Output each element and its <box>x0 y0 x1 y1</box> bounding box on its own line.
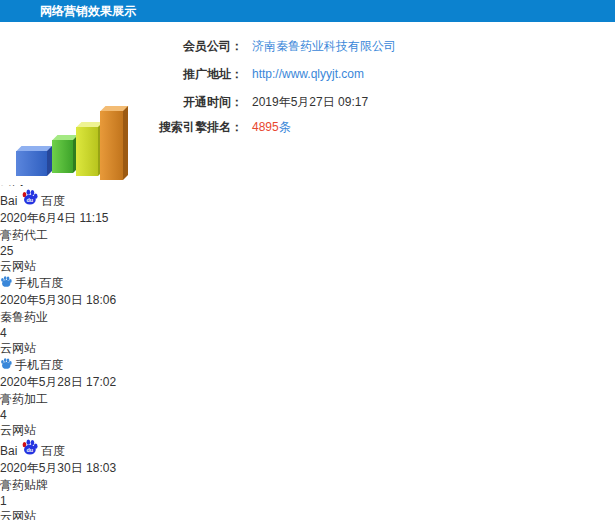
illustration-bar-3 <box>76 127 98 176</box>
account-summary-section: 会员公司： 济南秦鲁药业科技有限公司 推广地址： http://www.qlyy… <box>0 22 615 185</box>
baidu-paw-icon: du <box>21 189 38 205</box>
cell-keyword: 膏药代工 <box>0 227 615 244</box>
page: { "titlebar": { "title": "网络营销效果展示" }, "… <box>0 0 615 520</box>
baidu-logo-du: 百度 <box>41 194 65 208</box>
engine-ranking-row: 搜索引擎排名： 4895条 <box>125 119 291 135</box>
cell-rank-type: 云网站 <box>0 422 615 439</box>
promo-url-row: 推广地址： http://www.qlyyjt.com <box>125 66 364 82</box>
window-titlebar: 网络营销效果展示 <box>0 0 615 22</box>
baidu-logo-bai: Bai <box>0 444 17 458</box>
mobile-baidu-paw-icon <box>0 358 15 372</box>
mobile-baidu-logo: 手机百度 <box>0 358 63 372</box>
illustration-bar-2 <box>52 140 73 173</box>
promo-url-link[interactable]: http://www.qlyyjt.com <box>252 67 364 81</box>
cell-rank-type: 云网站 <box>0 508 615 520</box>
cell-engine: Bai du 百度 <box>0 357 615 374</box>
cell-rank-type: 云网站 <box>0 258 615 275</box>
table-row[interactable]: 秦鲁药业 4 云网站 Bai du 百度 <box>0 309 615 391</box>
cell-keyword: 膏药加工 <box>0 391 615 408</box>
cell-updated: 2020年5月30日 18:03 <box>0 460 615 477</box>
table-row[interactable]: 膏药代工 25 云网站 Bai du 百度 <box>0 227 615 309</box>
cell-rank-type: 云网站 <box>0 340 615 357</box>
promo-url-label: 推广地址： <box>125 66 243 83</box>
engine-ranking-label: 搜索引擎排名： <box>125 119 243 136</box>
company-label: 会员公司： <box>125 38 243 55</box>
open-time-value: 2019年5月27日 09:17 <box>252 94 368 111</box>
illustration-bar-1 <box>16 151 47 176</box>
cell-rank[interactable]: 25 <box>0 244 13 258</box>
mobile-baidu-paw-icon <box>0 276 15 290</box>
company-link[interactable]: 济南秦鲁药业科技有限公司 <box>252 38 396 55</box>
mobile-baidu-label: 手机百度 <box>15 358 63 372</box>
open-time-row: 开通时间： 2019年5月27日 09:17 <box>125 94 368 110</box>
cell-updated: 2020年6月4日 11:15 <box>0 210 615 227</box>
cell-updated: 2020年5月30日 18:06 <box>0 292 615 309</box>
table-body: 膏药代工 8 云网站 Bai du 百度 <box>0 141 615 520</box>
cell-rank[interactable]: 4 <box>0 326 7 340</box>
page-title: 网络营销效果展示 <box>40 4 136 18</box>
mobile-baidu-label: 手机百度 <box>15 276 63 290</box>
cell-engine: Bai du 百度 <box>0 189 615 210</box>
cell-updated: 2020年5月28日 17:02 <box>0 374 615 391</box>
cell-engine: Bai du 百度 <box>0 439 615 460</box>
table-row[interactable]: 膏药加工 4 云网站 Bai du 百度 <box>0 391 615 477</box>
mobile-baidu-logo: 手机百度 <box>0 276 63 290</box>
illustration-bar-4 <box>100 111 123 180</box>
table-row[interactable]: 膏药贴牌 1 云网站 Bai du 百度 <box>0 477 615 520</box>
ranking-unit: 条 <box>279 120 291 134</box>
ranking-count: 4895 <box>252 120 279 134</box>
svg-text:du: du <box>26 447 33 453</box>
cell-rank[interactable]: 4 <box>0 408 7 422</box>
cell-rank[interactable]: 1 <box>0 494 7 508</box>
illustration-bar-5 <box>126 72 146 158</box>
svg-text:du: du <box>26 197 33 203</box>
cell-keyword: 秦鲁药业 <box>0 309 615 326</box>
baidu-paw-icon: du <box>21 439 38 455</box>
company-row: 会员公司： 济南秦鲁药业科技有限公司 <box>125 38 396 54</box>
baidu-logo: Bai du 百度 <box>0 444 65 458</box>
cell-keyword: 膏药贴牌 <box>0 477 615 494</box>
engine-ranking-value: 4895条 <box>252 119 291 136</box>
baidu-logo-bai: Bai <box>0 194 17 208</box>
cell-engine: Bai du 百度 <box>0 275 615 292</box>
baidu-logo: Bai du 百度 <box>0 194 65 208</box>
open-time-label: 开通时间： <box>125 94 243 111</box>
baidu-logo-du: 百度 <box>41 444 65 458</box>
